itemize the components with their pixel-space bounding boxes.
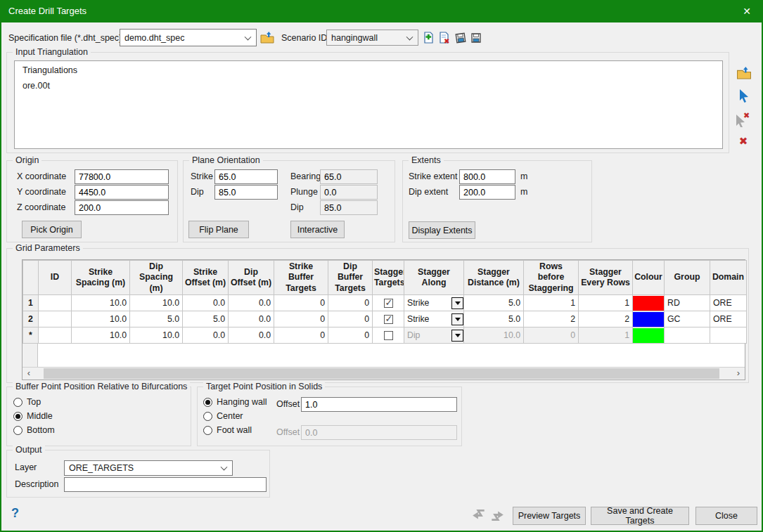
description-field[interactable] [64, 477, 267, 492]
list-item[interactable]: ore.00t [23, 81, 50, 91]
cell-dip-offset[interactable]: 0.0 [229, 311, 274, 327]
cell-strike-spacing[interactable]: 10.0 [72, 295, 130, 311]
row-header[interactable]: 1 [23, 295, 39, 311]
cell-dip-buffer[interactable]: 0 [328, 295, 373, 311]
scroll-left-icon[interactable]: ‹ [23, 368, 35, 379]
cell-stagger-distance[interactable]: 5.0 [464, 311, 524, 327]
layer-combo[interactable]: ORE_TARGETS [64, 460, 233, 476]
offset-field[interactable] [301, 397, 457, 412]
deselect-triangulation-icon[interactable]: ✖ [733, 110, 752, 127]
cell-strike-offset[interactable]: 5.0 [183, 311, 229, 327]
scenario-id-combo[interactable]: hangingwall [326, 30, 418, 46]
save-defaults-bolt-icon[interactable] [489, 507, 505, 523]
dropdown-arrow-icon[interactable] [451, 313, 463, 325]
cell-domain[interactable] [710, 327, 747, 344]
spec-file-combo[interactable]: demo.dht_spec [120, 29, 257, 46]
cell-dip-offset[interactable]: 0.0 [229, 295, 274, 311]
row-header[interactable]: 2 [23, 311, 39, 327]
col-header-dip-buffer[interactable]: Dip Buffer Targets [328, 261, 373, 295]
col-header-strike-spacing[interactable]: Strike Spacing (m) [72, 261, 130, 295]
stagger-targets-checkbox[interactable] [384, 315, 393, 324]
col-header-dip-spacing[interactable]: Dip Spacing (m) [130, 261, 183, 295]
cell-id[interactable] [39, 295, 72, 311]
flip-plane-button[interactable]: Flip Plane [188, 221, 249, 238]
strike-extent-field[interactable] [459, 169, 515, 184]
select-triangulation-icon[interactable] [736, 88, 752, 103]
save-scenario-icon[interactable] [454, 31, 467, 44]
cell-strike-buffer[interactable]: 0 [274, 327, 328, 344]
cell-dip-buffer[interactable]: 0 [328, 327, 373, 344]
dropdown-arrow-icon[interactable] [451, 330, 463, 342]
radio-top[interactable]: Top [13, 397, 41, 407]
cell-domain[interactable]: ORE [710, 295, 747, 311]
col-header-rows-before[interactable]: Rows before Staggering [524, 261, 579, 295]
cell-strike-offset[interactable]: 0.0 [183, 327, 229, 344]
cell-dip-spacing[interactable]: 10.0 [130, 327, 183, 344]
radio-hanging-wall[interactable]: Hanging wall [203, 397, 267, 407]
radio-bottom[interactable]: Bottom [13, 425, 55, 435]
radio-foot-wall[interactable]: Foot wall [203, 425, 252, 435]
colour-swatch[interactable] [633, 328, 664, 343]
col-header-strike-buffer[interactable]: Strike Buffer Targets [274, 261, 328, 295]
cell-stagger-distance[interactable]: 5.0 [464, 295, 524, 311]
triangulation-listbox[interactable]: Triangulations ore.00t [14, 60, 723, 149]
cell-strike-spacing[interactable]: 10.0 [72, 311, 130, 327]
colour-swatch[interactable] [633, 296, 664, 311]
cell-dip-offset[interactable]: 0.0 [229, 327, 274, 344]
col-header-stagger-distance[interactable]: Stagger Distance (m) [464, 261, 524, 295]
load-triangulation-folder-icon[interactable] [735, 65, 753, 81]
stagger-targets-checkbox[interactable] [384, 331, 393, 340]
dip-extent-field[interactable] [459, 185, 515, 200]
interactive-button[interactable]: Interactive [290, 221, 345, 238]
col-header-domain[interactable]: Domain [710, 261, 747, 295]
cell-dip-spacing[interactable]: 5.0 [130, 311, 183, 327]
preview-targets-button[interactable]: Preview Targets [513, 507, 586, 525]
y-coordinate-field[interactable] [75, 185, 169, 200]
scrollbar-thumb[interactable] [44, 368, 719, 379]
remove-all-triangulations-icon[interactable]: ✖ [737, 135, 750, 148]
col-header-group[interactable]: Group [665, 261, 710, 295]
cell-rows-before[interactable]: 1 [524, 295, 579, 311]
col-header-dip-offset[interactable]: Dip Offset (m) [229, 261, 274, 295]
z-coordinate-field[interactable] [75, 200, 169, 215]
radio-middle[interactable]: Middle [13, 411, 53, 421]
stagger-targets-checkbox[interactable] [384, 299, 393, 308]
save-and-create-targets-button[interactable]: Save and Create Targets [591, 507, 689, 525]
row-header[interactable]: * [23, 327, 39, 344]
close-button[interactable]: Close [695, 507, 757, 525]
cell-rows-before[interactable]: 2 [524, 311, 579, 327]
colour-swatch[interactable] [633, 312, 664, 327]
cell-id[interactable] [39, 311, 72, 327]
cell-rows-before[interactable]: 0 [524, 327, 579, 344]
col-header-colour[interactable]: Colour [633, 261, 665, 295]
corner-header[interactable] [23, 261, 39, 295]
add-scenario-icon[interactable] [422, 31, 435, 44]
browse-spec-folder-icon[interactable] [259, 30, 276, 45]
load-defaults-bolt-icon[interactable] [471, 507, 487, 523]
dropdown-arrow-icon[interactable] [451, 297, 463, 309]
pick-origin-button[interactable]: Pick Origin [22, 221, 82, 238]
cell-stagger-every[interactable]: 2 [579, 311, 633, 327]
cell-stagger-every[interactable]: 1 [579, 327, 633, 344]
cell-group[interactable] [665, 327, 710, 344]
delete-scenario-icon[interactable]: ✖ [437, 31, 451, 44]
cell-domain[interactable]: ORE [710, 311, 747, 327]
radio-center[interactable]: Center [203, 411, 243, 421]
col-header-stagger-every[interactable]: Stagger Every Rows [579, 261, 633, 295]
cell-group[interactable]: GC [665, 311, 710, 327]
save-as-scenario-icon[interactable] [469, 31, 482, 44]
display-extents-button[interactable]: Display Extents [409, 221, 475, 239]
cell-strike-buffer[interactable]: 0 [274, 311, 328, 327]
col-header-stagger-targets[interactable]: Stagger Targets [373, 261, 404, 295]
cell-id[interactable] [39, 327, 72, 344]
cell-stagger-every[interactable]: 1 [579, 295, 633, 311]
col-header-stagger-along[interactable]: Stagger Along [404, 261, 464, 295]
scroll-right-icon[interactable]: › [732, 368, 745, 379]
close-icon[interactable]: ✕ [731, 0, 763, 22]
cell-dip-spacing[interactable]: 10.0 [130, 295, 183, 311]
cell-strike-buffer[interactable]: 0 [274, 295, 328, 311]
help-icon[interactable]: ? [11, 506, 19, 521]
cell-group[interactable]: RD [665, 295, 710, 311]
cell-stagger-distance[interactable]: 10.0 [464, 327, 524, 344]
col-header-id[interactable]: ID [39, 261, 72, 295]
